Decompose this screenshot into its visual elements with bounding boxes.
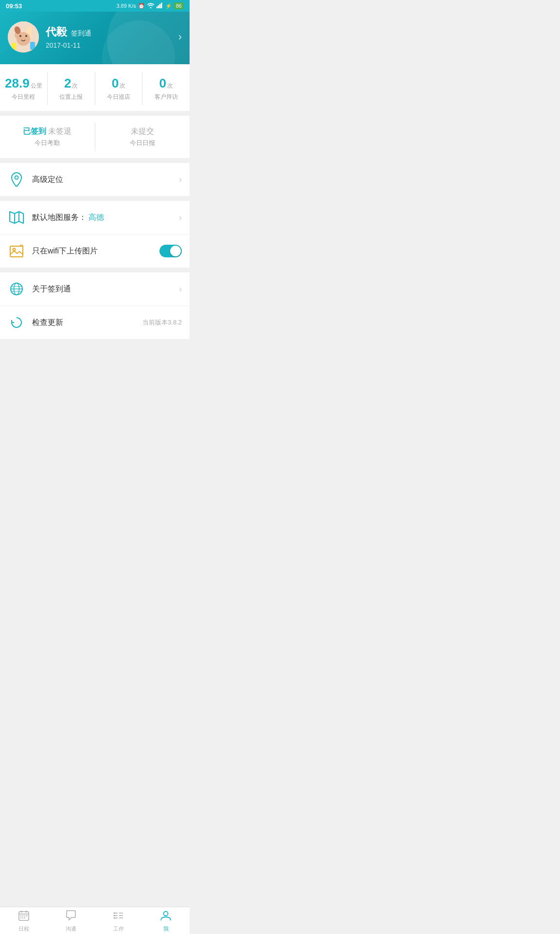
report-today-label: 今日日报 (103, 139, 182, 147)
patrol-unit: 次 (120, 82, 125, 90)
attendance-checkin: 已签到 未签退 今日考勤 (0, 123, 95, 151)
globe-icon (8, 280, 25, 298)
location-icon (8, 171, 25, 188)
svg-rect-13 (30, 42, 35, 50)
wifi-toggle[interactable] (159, 245, 182, 257)
stat-visit: 0 次 客户拜访 (142, 72, 190, 105)
report-pending-status: 未提交 (131, 126, 154, 137)
patrol-label: 今日巡店 (97, 93, 140, 101)
svg-point-8 (19, 35, 21, 37)
svg-rect-1 (158, 5, 159, 9)
svg-point-7 (17, 32, 30, 46)
update-label: 检查更新 (32, 318, 142, 328)
profile-info: 代毅 签到通 2017-01-11 (46, 25, 172, 49)
stat-mileage: 28.9 公里 今日里程 (0, 72, 48, 105)
profile-name: 代毅 (46, 25, 67, 39)
menu-item-location[interactable]: 高级定位 › (0, 163, 190, 196)
stats-section: 28.9 公里 今日里程 2 次 位置上报 0 次 今日巡店 (0, 64, 190, 111)
gap-4 (0, 268, 190, 272)
status-bar: 09:53 3.89 K/s ⏰ ⚡ 86 (0, 0, 190, 12)
profile-chevron-icon[interactable]: › (178, 31, 182, 43)
profile-tag: 签到通 (71, 29, 91, 38)
stat-patrol: 0 次 今日巡店 (95, 72, 143, 105)
menu-section-1: 高级定位 › (0, 163, 190, 196)
signal-icon (157, 2, 163, 9)
attendance-report: 未提交 今日日报 (95, 123, 190, 151)
gap-2 (0, 158, 190, 163)
avatar-image (8, 21, 39, 53)
about-chevron-icon: › (179, 284, 182, 294)
svg-rect-12 (12, 43, 17, 50)
checkin-signed-status: 已签到 (23, 126, 46, 137)
mileage-value: 28.9 (5, 76, 30, 91)
svg-point-14 (15, 176, 18, 180)
wifi-upload-label: 只在wifi下上传图片 (32, 246, 159, 256)
location-menu-label: 高级定位 (32, 175, 179, 185)
wifi-icon (147, 2, 155, 9)
mileage-label: 今日里程 (2, 93, 45, 101)
attendance-today-label: 今日考勤 (8, 139, 87, 147)
svg-rect-0 (157, 6, 158, 8)
toggle-knob (170, 246, 181, 256)
attendance-section: 已签到 未签退 今日考勤 未提交 今日日报 (0, 116, 190, 158)
speed-indicator: 3.89 K/s (116, 3, 136, 9)
version-text: 当前版本3.8.2 (142, 318, 182, 327)
update-icon (8, 314, 25, 331)
visit-label: 客户拜访 (144, 93, 188, 101)
profile-header[interactable]: 代毅 签到通 2017-01-11 › (0, 12, 190, 64)
gap-1 (0, 111, 190, 116)
svg-rect-18 (10, 246, 23, 257)
visit-value: 0 (159, 76, 166, 91)
map-chevron-icon: › (179, 213, 182, 223)
svg-marker-15 (10, 212, 23, 223)
menu-item-wifi-upload[interactable]: 只在wifi下上传图片 (0, 234, 190, 268)
patrol-value: 0 (112, 76, 119, 91)
battery-level: 86 (174, 2, 184, 9)
menu-section-2: 默认地图服务： 高德 › 只在wifi下上传图片 (0, 201, 190, 268)
map-value: 高德 (88, 213, 104, 221)
location-label: 位置上报 (50, 93, 93, 101)
charging-icon: ⚡ (165, 3, 172, 9)
menu-item-update[interactable]: 检查更新 当前版本3.8.2 (0, 306, 190, 339)
menu-item-map[interactable]: 默认地图服务： 高德 › (0, 201, 190, 234)
svg-rect-2 (159, 4, 161, 8)
checkin-unsigned-status: 未签退 (48, 126, 71, 137)
map-menu-label: 默认地图服务： 高德 (32, 213, 179, 223)
about-label: 关于签到通 (32, 284, 179, 294)
attendance-row: 已签到 未签退 今日考勤 未提交 今日日报 (0, 123, 190, 151)
location-chevron-icon: › (179, 175, 182, 185)
visit-unit: 次 (167, 82, 173, 90)
profile-date: 2017-01-11 (46, 41, 172, 49)
menu-section-3: 关于签到通 › 检查更新 当前版本3.8.2 (0, 272, 190, 339)
stats-row: 28.9 公里 今日里程 2 次 位置上报 0 次 今日巡店 (0, 72, 190, 105)
location-unit: 次 (72, 82, 78, 90)
status-right-icons: 3.89 K/s ⏰ ⚡ 86 (116, 2, 184, 9)
image-icon (8, 242, 25, 260)
svg-point-9 (25, 35, 27, 37)
gap-3 (0, 196, 190, 201)
clock-icon: ⏰ (138, 3, 145, 9)
avatar (8, 21, 39, 53)
status-time: 09:53 (6, 2, 22, 10)
stat-location: 2 次 位置上报 (48, 72, 95, 105)
map-icon (8, 209, 25, 226)
mileage-unit: 公里 (31, 82, 42, 90)
menu-item-about[interactable]: 关于签到通 › (0, 272, 190, 306)
svg-rect-3 (161, 3, 162, 9)
location-value: 2 (64, 76, 71, 91)
